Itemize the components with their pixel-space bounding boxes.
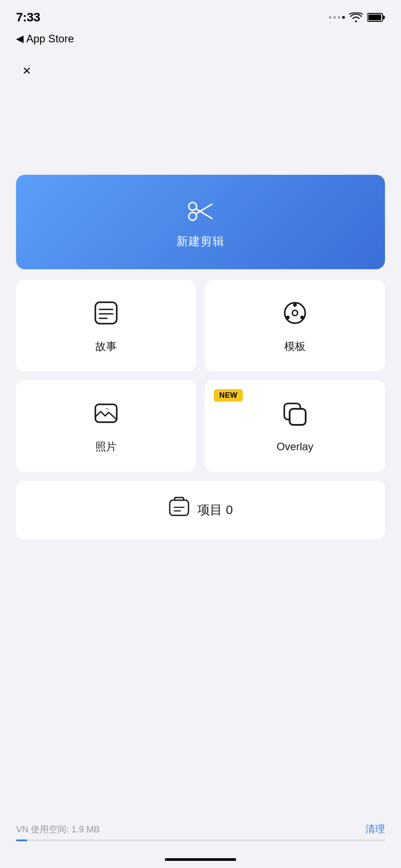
svg-point-12 [292,310,298,316]
back-button[interactable]: ◀ App Store [16,33,74,45]
story-icon [93,300,119,330]
storage-bar-track [16,839,385,841]
storage-bar-fill [16,839,27,841]
svg-rect-19 [290,409,306,425]
template-card[interactable]: 模板 [205,280,385,371]
storage-text: VN 使用空间: 1.9 MB [16,823,100,835]
overlay-card[interactable]: NEW Overlay [205,380,385,472]
status-icons [329,12,385,22]
close-icon: × [23,62,31,79]
wifi-icon [349,12,363,22]
nav-bar: ◀ App Store [0,27,401,51]
photos-card[interactable]: ~ 照片 [16,380,196,472]
home-indicator [165,858,236,861]
svg-rect-2 [368,15,381,21]
main-content: 新建剪辑 故事 [0,161,401,568]
new-badge: NEW [214,389,243,402]
svg-text:~: ~ [105,405,109,412]
story-label: 故事 [95,339,117,354]
new-edit-label: 新建剪辑 [176,234,225,249]
clean-button[interactable]: 清理 [365,823,385,836]
svg-point-13 [293,303,297,307]
projects-card[interactable]: 项目 0 [16,481,385,539]
storage-row: VN 使用空间: 1.9 MB 清理 [16,823,385,836]
svg-point-15 [286,316,290,319]
status-time: 7:33 [16,10,40,25]
overlay-label: Overlay [277,440,314,453]
battery-icon [367,12,385,22]
projects-icon [168,497,190,523]
overlay-icon [282,401,308,432]
svg-line-5 [196,204,212,214]
svg-rect-7 [95,302,117,324]
svg-point-14 [300,316,304,319]
storage-footer: VN 使用空间: 1.9 MB 清理 [0,823,401,841]
svg-line-6 [196,209,212,218]
back-label: App Store [26,33,74,45]
back-chevron-icon: ◀ [16,33,24,45]
template-icon [282,300,308,330]
close-button[interactable]: × [16,60,37,81]
new-edit-button[interactable]: 新建剪辑 [16,175,385,269]
scissors-icon [186,197,215,226]
story-card[interactable]: 故事 [16,280,196,371]
template-label: 模板 [284,339,306,354]
svg-rect-1 [383,16,385,19]
projects-label: 项目 0 [197,502,233,518]
signal-icon [329,16,345,19]
status-bar: 7:33 [0,0,401,27]
cards-grid: 故事 模板 ~ [16,280,385,472]
photos-label: 照片 [95,440,117,454]
photos-icon: ~ [93,400,119,431]
